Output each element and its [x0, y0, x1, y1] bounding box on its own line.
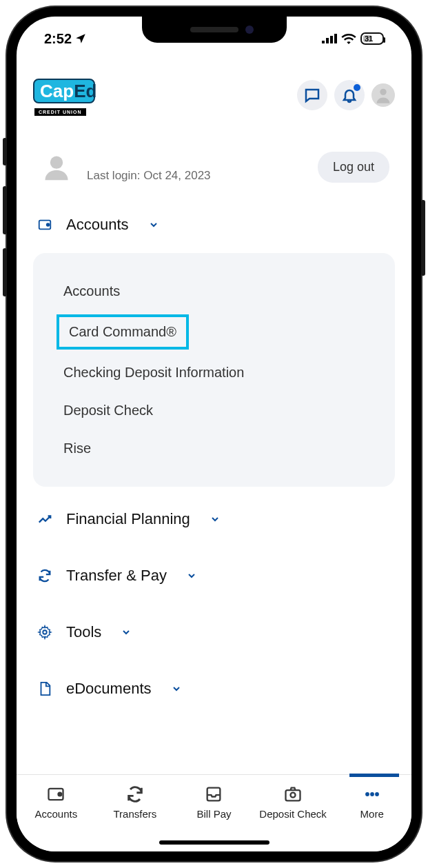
svg-point-14 — [365, 792, 369, 796]
bottom-nav: Accounts Transfers Bill Pay Deposit Chec… — [17, 774, 411, 851]
sync-icon — [37, 568, 52, 583]
nav-deposit-check[interactable]: Deposit Check — [254, 785, 333, 820]
wifi-icon — [341, 33, 356, 44]
svg-point-10 — [59, 793, 62, 796]
tray-icon — [204, 785, 223, 804]
svg-point-8 — [43, 630, 47, 634]
cellular-icon — [322, 34, 337, 43]
content-area: Last login: Oct 24, 2023 Log out Account… — [17, 117, 411, 774]
menu-tools[interactable]: Tools — [33, 604, 395, 660]
user-avatar-icon — [41, 152, 72, 183]
notification-dot-icon — [354, 84, 360, 91]
logout-button[interactable]: Log out — [318, 152, 389, 183]
svg-rect-1 — [326, 38, 329, 43]
chevron-down-icon — [121, 627, 132, 638]
logo[interactable]: CapEd CREDIT UNION — [33, 79, 95, 112]
refresh-icon — [125, 785, 145, 804]
wallet-icon — [46, 785, 65, 804]
svg-point-4 — [380, 89, 386, 95]
phone-frame: 2:52 31 CapEd CREDIT UNION — [7, 7, 421, 861]
nav-more[interactable]: More — [332, 785, 411, 820]
location-arrow-icon — [74, 32, 87, 45]
submenu-card-command[interactable]: Card Command® — [57, 314, 189, 350]
more-dots-icon — [363, 785, 382, 804]
chat-button[interactable] — [297, 80, 327, 110]
trending-up-icon — [37, 512, 52, 527]
accounts-submenu: Accounts Card Command® Checking Deposit … — [33, 253, 395, 487]
app-header: CapEd CREDIT UNION — [17, 54, 411, 117]
submenu-accounts[interactable]: Accounts — [57, 272, 371, 310]
svg-point-5 — [50, 156, 63, 168]
svg-point-16 — [375, 792, 379, 796]
notifications-button[interactable] — [334, 80, 365, 110]
svg-point-15 — [370, 792, 374, 796]
active-tab-indicator — [349, 774, 399, 777]
svg-rect-3 — [334, 34, 337, 43]
battery-icon: 31 — [360, 32, 384, 45]
camera-icon — [283, 785, 303, 804]
menu-transfer-pay[interactable]: Transfer & Pay — [33, 547, 395, 604]
svg-point-7 — [47, 223, 50, 226]
accounts-icon — [37, 217, 52, 232]
chevron-down-icon — [210, 514, 221, 525]
submenu-deposit-check[interactable]: Deposit Check — [57, 392, 371, 430]
menu-financial-planning[interactable]: Financial Planning — [33, 491, 395, 547]
menu-edocuments[interactable]: eDocuments — [33, 660, 395, 717]
svg-point-13 — [291, 793, 296, 798]
chevron-down-icon — [186, 570, 197, 581]
menu-accounts[interactable]: Accounts — [33, 196, 395, 253]
submenu-checking-deposit-info[interactable]: Checking Deposit Information — [57, 354, 371, 392]
gear-icon — [37, 625, 52, 640]
home-indicator[interactable] — [159, 840, 269, 845]
submenu-rise[interactable]: Rise — [57, 430, 371, 467]
svg-rect-12 — [286, 790, 300, 800]
person-icon — [374, 85, 393, 105]
chevron-down-icon — [148, 219, 159, 230]
svg-rect-0 — [322, 41, 325, 43]
last-login-text: Last login: Oct 24, 2023 — [87, 169, 211, 183]
nav-accounts[interactable]: Accounts — [17, 785, 96, 820]
document-icon — [37, 681, 52, 696]
svg-rect-2 — [330, 36, 333, 43]
notch — [142, 17, 287, 43]
status-time: 2:52 — [44, 31, 72, 47]
chat-icon — [304, 87, 320, 103]
profile-button[interactable] — [371, 83, 395, 107]
nav-billpay[interactable]: Bill Pay — [174, 785, 254, 820]
screen: 2:52 31 CapEd CREDIT UNION — [17, 17, 411, 851]
user-row: Last login: Oct 24, 2023 Log out — [33, 124, 395, 196]
chevron-down-icon — [171, 683, 182, 694]
nav-transfers[interactable]: Transfers — [96, 785, 175, 820]
